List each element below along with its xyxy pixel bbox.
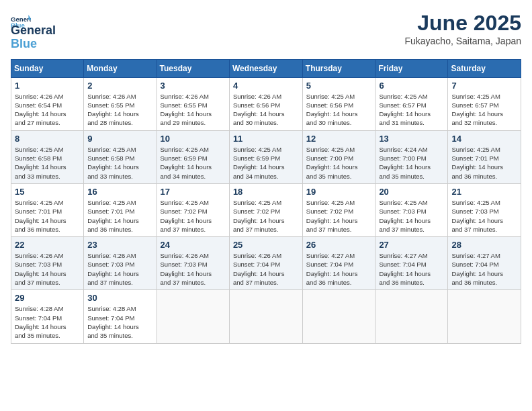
calendar-cell: 12Sunrise: 4:25 AM Sunset: 7:00 PM Dayli…: [302, 130, 375, 183]
day-detail: Sunrise: 4:28 AM Sunset: 7:04 PM Dayligh…: [15, 304, 80, 340]
calendar-cell: 14Sunrise: 4:25 AM Sunset: 7:01 PM Dayli…: [448, 130, 521, 183]
calendar-cell: 3Sunrise: 4:26 AM Sunset: 6:55 PM Daylig…: [157, 77, 229, 130]
day-number: 3: [161, 81, 226, 91]
calendar-cell: 15Sunrise: 4:25 AM Sunset: 7:01 PM Dayli…: [11, 183, 84, 236]
calendar-cell: [157, 290, 229, 343]
calendar-cell: 21Sunrise: 4:25 AM Sunset: 7:03 PM Dayli…: [448, 183, 521, 236]
day-detail: Sunrise: 4:27 AM Sunset: 7:04 PM Dayligh…: [306, 251, 372, 287]
calendar-cell: [375, 290, 448, 343]
day-detail: Sunrise: 4:25 AM Sunset: 7:03 PM Dayligh…: [379, 198, 444, 234]
calendar-week-row: 15Sunrise: 4:25 AM Sunset: 7:01 PM Dayli…: [11, 183, 521, 236]
day-detail: Sunrise: 4:25 AM Sunset: 6:59 PM Dayligh…: [161, 145, 226, 181]
page-header: General Blue General Blue June 2025 Fuka…: [11, 11, 521, 51]
day-number: 11: [233, 134, 299, 144]
day-detail: Sunrise: 4:26 AM Sunset: 6:54 PM Dayligh…: [15, 92, 80, 128]
calendar-cell: 6Sunrise: 4:25 AM Sunset: 6:57 PM Daylig…: [375, 77, 448, 130]
header-monday: Monday: [84, 59, 157, 77]
day-detail: Sunrise: 4:28 AM Sunset: 7:04 PM Dayligh…: [87, 304, 152, 340]
day-number: 15: [15, 187, 80, 197]
calendar-cell: 1Sunrise: 4:26 AM Sunset: 6:54 PM Daylig…: [11, 77, 84, 130]
day-number: 27: [379, 240, 444, 250]
day-number: 22: [15, 240, 80, 250]
calendar-location: Fukayacho, Saitama, Japan: [404, 36, 521, 46]
day-detail: Sunrise: 4:25 AM Sunset: 7:02 PM Dayligh…: [161, 198, 226, 234]
day-number: 26: [306, 240, 372, 250]
header-friday: Friday: [375, 59, 448, 77]
calendar-header-row: Sunday Monday Tuesday Wednesday Thursday…: [11, 59, 521, 77]
calendar-cell: 4Sunrise: 4:26 AM Sunset: 6:56 PM Daylig…: [229, 77, 302, 130]
logo-general: General: [11, 24, 56, 37]
logo-blue: Blue: [11, 37, 37, 50]
calendar-cell: [302, 290, 375, 343]
calendar-cell: 24Sunrise: 4:26 AM Sunset: 7:03 PM Dayli…: [157, 237, 229, 290]
day-detail: Sunrise: 4:25 AM Sunset: 6:56 PM Dayligh…: [306, 92, 372, 128]
calendar-title: June 2025: [404, 11, 521, 36]
day-number: 12: [306, 134, 372, 144]
calendar-week-row: 8Sunrise: 4:25 AM Sunset: 6:58 PM Daylig…: [11, 130, 521, 183]
day-detail: Sunrise: 4:25 AM Sunset: 7:03 PM Dayligh…: [451, 198, 517, 234]
day-detail: Sunrise: 4:26 AM Sunset: 6:56 PM Dayligh…: [233, 92, 299, 128]
calendar-cell: 13Sunrise: 4:24 AM Sunset: 7:00 PM Dayli…: [375, 130, 448, 183]
calendar-cell: 17Sunrise: 4:25 AM Sunset: 7:02 PM Dayli…: [157, 183, 229, 236]
calendar-cell: 30Sunrise: 4:28 AM Sunset: 7:04 PM Dayli…: [84, 290, 157, 343]
day-number: 25: [233, 240, 299, 250]
header-thursday: Thursday: [302, 59, 375, 77]
logo: General Blue General Blue: [11, 11, 56, 51]
calendar-week-row: 29Sunrise: 4:28 AM Sunset: 7:04 PM Dayli…: [11, 290, 521, 343]
day-detail: Sunrise: 4:27 AM Sunset: 7:04 PM Dayligh…: [379, 251, 444, 287]
day-detail: Sunrise: 4:25 AM Sunset: 6:57 PM Dayligh…: [379, 92, 444, 128]
header-saturday: Saturday: [448, 59, 521, 77]
calendar-cell: 22Sunrise: 4:26 AM Sunset: 7:03 PM Dayli…: [11, 237, 84, 290]
day-number: 13: [379, 134, 444, 144]
day-detail: Sunrise: 4:27 AM Sunset: 7:04 PM Dayligh…: [451, 251, 517, 287]
day-number: 4: [233, 81, 299, 91]
day-detail: Sunrise: 4:25 AM Sunset: 7:01 PM Dayligh…: [87, 198, 152, 234]
calendar-cell: 20Sunrise: 4:25 AM Sunset: 7:03 PM Dayli…: [375, 183, 448, 236]
calendar-cell: 19Sunrise: 4:25 AM Sunset: 7:02 PM Dayli…: [302, 183, 375, 236]
day-number: 18: [233, 187, 299, 197]
day-number: 9: [87, 134, 152, 144]
calendar-cell: 18Sunrise: 4:25 AM Sunset: 7:02 PM Dayli…: [229, 183, 302, 236]
day-detail: Sunrise: 4:25 AM Sunset: 6:59 PM Dayligh…: [233, 145, 299, 181]
day-number: 24: [161, 240, 226, 250]
day-number: 5: [306, 81, 372, 91]
day-number: 10: [161, 134, 226, 144]
calendar-cell: 7Sunrise: 4:25 AM Sunset: 6:57 PM Daylig…: [448, 77, 521, 130]
calendar-cell: 27Sunrise: 4:27 AM Sunset: 7:04 PM Dayli…: [375, 237, 448, 290]
calendar-cell: [229, 290, 302, 343]
calendar-week-row: 22Sunrise: 4:26 AM Sunset: 7:03 PM Dayli…: [11, 237, 521, 290]
day-detail: Sunrise: 4:26 AM Sunset: 7:04 PM Dayligh…: [233, 251, 299, 287]
day-detail: Sunrise: 4:26 AM Sunset: 7:03 PM Dayligh…: [87, 251, 152, 287]
day-detail: Sunrise: 4:25 AM Sunset: 7:00 PM Dayligh…: [306, 145, 372, 181]
calendar-cell: 9Sunrise: 4:25 AM Sunset: 6:58 PM Daylig…: [84, 130, 157, 183]
day-number: 6: [379, 81, 444, 91]
day-number: 21: [451, 187, 517, 197]
day-detail: Sunrise: 4:25 AM Sunset: 7:02 PM Dayligh…: [306, 198, 372, 234]
day-number: 7: [451, 81, 517, 91]
day-number: 19: [306, 187, 372, 197]
day-number: 14: [451, 134, 517, 144]
day-detail: Sunrise: 4:24 AM Sunset: 7:00 PM Dayligh…: [379, 145, 444, 181]
day-number: 17: [161, 187, 226, 197]
calendar-cell: 29Sunrise: 4:28 AM Sunset: 7:04 PM Dayli…: [11, 290, 84, 343]
calendar-cell: 23Sunrise: 4:26 AM Sunset: 7:03 PM Dayli…: [84, 237, 157, 290]
day-number: 30: [87, 293, 152, 303]
day-number: 28: [451, 240, 517, 250]
calendar-cell: 28Sunrise: 4:27 AM Sunset: 7:04 PM Dayli…: [448, 237, 521, 290]
day-detail: Sunrise: 4:25 AM Sunset: 7:02 PM Dayligh…: [233, 198, 299, 234]
header-sunday: Sunday: [11, 59, 84, 77]
calendar-cell: 10Sunrise: 4:25 AM Sunset: 6:59 PM Dayli…: [157, 130, 229, 183]
day-number: 1: [15, 81, 80, 91]
day-detail: Sunrise: 4:25 AM Sunset: 7:01 PM Dayligh…: [15, 198, 80, 234]
calendar-cell: 11Sunrise: 4:25 AM Sunset: 6:59 PM Dayli…: [229, 130, 302, 183]
calendar-cell: 26Sunrise: 4:27 AM Sunset: 7:04 PM Dayli…: [302, 237, 375, 290]
calendar-cell: 2Sunrise: 4:26 AM Sunset: 6:55 PM Daylig…: [84, 77, 157, 130]
title-block: June 2025 Fukayacho, Saitama, Japan: [404, 11, 521, 46]
calendar-cell: [448, 290, 521, 343]
day-detail: Sunrise: 4:26 AM Sunset: 7:03 PM Dayligh…: [15, 251, 80, 287]
calendar-cell: 16Sunrise: 4:25 AM Sunset: 7:01 PM Dayli…: [84, 183, 157, 236]
day-number: 8: [15, 134, 80, 144]
calendar-cell: 25Sunrise: 4:26 AM Sunset: 7:04 PM Dayli…: [229, 237, 302, 290]
header-wednesday: Wednesday: [229, 59, 302, 77]
day-detail: Sunrise: 4:26 AM Sunset: 6:55 PM Dayligh…: [87, 92, 152, 128]
